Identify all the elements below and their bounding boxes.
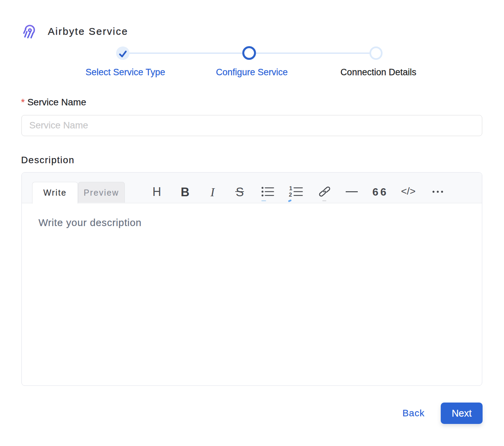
svg-text:1: 1 [289, 185, 292, 192]
svg-text:2: 2 [289, 192, 292, 198]
